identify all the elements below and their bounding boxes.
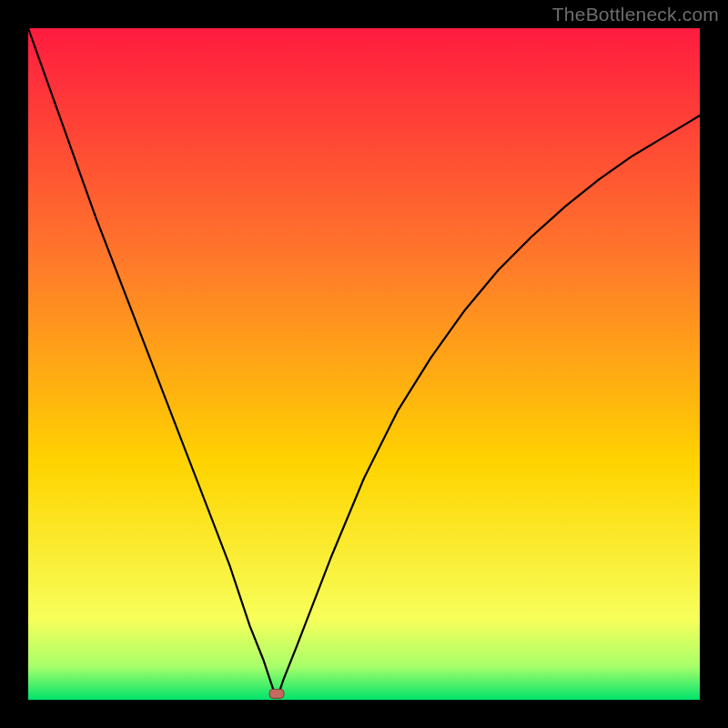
watermark-text: TheBottleneck.com (552, 4, 719, 25)
minimum-marker (269, 689, 284, 698)
gradient-background (28, 28, 700, 700)
chart-svg (28, 28, 700, 700)
chart-area (28, 28, 700, 700)
